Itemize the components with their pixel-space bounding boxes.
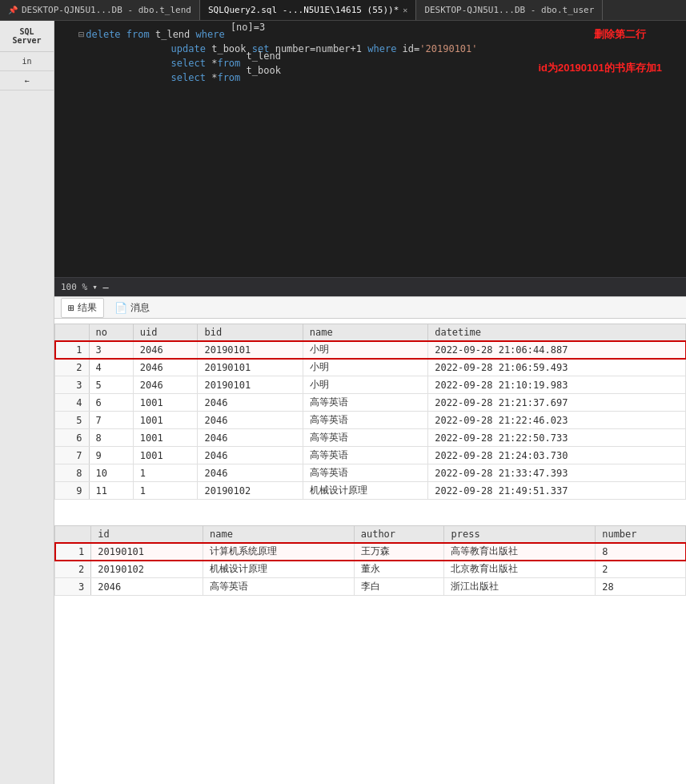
sidebar-item-arrow: ← [0,71,54,90]
table-cell: 2022-09-28 21:22:50.733 [428,429,686,447]
sidebar: SQL Server in ← [0,21,54,784]
table1-col-name: name [303,324,427,341]
table-cell: 2046 [198,447,303,464]
table1-col-datetime: datetime [428,324,686,341]
table-cell: 计算机系统原理 [203,543,355,561]
table-cell: 1001 [133,429,198,447]
line-numbers [54,27,78,271]
table-row[interactable]: 13204620190101小明2022-09-28 21:06:44.887 [55,341,686,359]
table-cell: 李白 [354,578,444,596]
table-cell: 高等教育出版社 [444,543,596,561]
table-cell: 小明 [303,341,427,359]
table-cell: 1001 [133,412,198,429]
table-cell: 20190102 [198,482,303,500]
tab-query[interactable]: SQLQuery2.sql -...N5U1E\14615 (55))* ✕ [200,0,416,20]
table-row[interactable]: 6810012046高等英语2022-09-28 21:22:50.733 [55,429,686,447]
table-cell: 2 [596,561,686,578]
table1-col-bid: bid [198,324,303,341]
table-row[interactable]: 120190101计算机系统原理王万森高等教育出版社8 [55,543,686,561]
row-number-cell: 7 [55,447,90,464]
table1-header: no uid bid name datetime [55,324,686,341]
table-row[interactable]: 32046高等英语李白浙江出版社28 [55,578,686,596]
table-cell: 5 [89,376,133,394]
row-number-cell: 6 [55,429,90,447]
result-tabs: ⊞ 结果 📄 消息 [54,296,686,319]
editor-area: ⊟delete from t_lend where [no]=3 update … [54,21,686,784]
table-cell: 2046 [198,429,303,447]
row-number-cell: 2 [55,561,91,578]
table-cell: 小明 [303,376,427,394]
table-cell: 机械设计原理 [203,561,355,578]
tab-bar: 📌 DESKTOP-QJN5U1...DB - dbo.t_lend SQLQu… [0,0,686,21]
zoom-value: 100 % [61,282,87,292]
row-number-cell: 1 [55,341,90,359]
zoom-bar: 100 % ▾ − [54,277,686,296]
tab-results[interactable]: ⊞ 结果 [61,298,104,318]
code-content[interactable]: ⊟delete from t_lend where [no]=3 update … [78,27,686,271]
table-row[interactable]: 5710012046高等英语2022-09-28 21:22:46.023 [55,412,686,429]
tab-query-label: SQLQuery2.sql -...N5U1E\14615 (55))* [208,5,399,15]
table-row[interactable]: 81012046高等英语2022-09-28 21:33:47.393 [55,464,686,482]
zoom-arrow-icon[interactable]: ▾ [92,282,98,292]
table-cell: 6 [89,394,133,412]
tab-lend[interactable]: 📌 DESKTOP-QJN5U1...DB - dbo.t_lend [0,0,200,20]
table-cell: 2022-09-28 21:33:47.393 [428,464,686,482]
code-line-4: select *from t_book [78,70,680,85]
main-container: SQL Server in ← ⊟delete [0,21,686,784]
table1-col-uid: uid [133,324,198,341]
table-row[interactable]: 24204620190101小明2022-09-28 21:06:59.493 [55,359,686,376]
table-cell: 2022-09-28 21:21:37.697 [428,394,686,412]
table-cell: 20190101 [198,341,303,359]
table-cell: 小明 [303,359,427,376]
table2-col-author: author [354,526,444,543]
sidebar-arrow-icon: ← [24,76,29,85]
table-row[interactable]: 35204620190101小明2022-09-28 21:10:19.983 [55,376,686,394]
table-cell: 8 [596,543,686,561]
table-cell: 1001 [133,447,198,464]
table-cell: 7 [89,412,133,429]
table-row[interactable]: 220190102机械设计原理董永北京教育出版社2 [55,561,686,578]
table-cell: 机械设计原理 [303,482,427,500]
table1-container: no uid bid name datetime 13204620190101小… [54,324,686,500]
table-cell: 2046 [198,412,303,429]
table-row[interactable]: 7910012046高等英语2022-09-28 21:24:03.730 [55,447,686,464]
messages-icon: 📄 [114,302,127,314]
table-cell: 王万森 [354,543,444,561]
table-cell: 2022-09-28 21:24:03.730 [428,447,686,464]
tab-messages[interactable]: 📄 消息 [107,298,157,318]
results-section: no uid bid name datetime 13204620190101小… [54,319,686,784]
row-number-cell: 3 [55,376,90,394]
table2-col-name: name [203,526,355,543]
tab-user[interactable]: DESKTOP-QJN5U1...DB - dbo.t_user [416,0,603,20]
table-cell: 3 [89,341,133,359]
table-cell: 1001 [133,394,198,412]
table2-col-id: id [91,526,203,543]
app-root: 📌 DESKTOP-QJN5U1...DB - dbo.t_lend SQLQu… [0,0,686,784]
table-cell: 董永 [354,561,444,578]
table-cell: 浙江出版社 [444,578,596,596]
table-cell: 20190101 [198,359,303,376]
table-cell: 2046 [198,394,303,412]
table-row[interactable]: 911120190102机械设计原理2022-09-28 21:49:51.33… [55,482,686,500]
zoom-minus-icon[interactable]: − [102,281,109,294]
table-cell: 2022-09-28 21:10:19.983 [428,376,686,394]
table-cell: 2046 [91,578,203,596]
table-cell: 1 [133,464,198,482]
table-cell: 10 [89,464,133,482]
row-number-cell: 4 [55,394,90,412]
table-cell: 2022-09-28 21:49:51.337 [428,482,686,500]
row-number-cell: 2 [55,359,90,376]
tab-query-close[interactable]: ✕ [403,6,407,14]
table-cell: 20190102 [91,561,203,578]
row-number-cell: 1 [55,543,91,561]
sql-editor: ⊟delete from t_lend where [no]=3 update … [54,21,686,277]
table2-col-number: number [596,526,686,543]
table-row[interactable]: 4610012046高等英语2022-09-28 21:21:37.697 [55,394,686,412]
results-icon: ⊞ [68,302,74,314]
table-cell: 2046 [133,359,198,376]
table2-header: id name author press number [55,526,686,543]
row-number-cell: 9 [55,482,90,500]
table-cell: 高等英语 [303,412,427,429]
table-cell: 高等英语 [303,447,427,464]
table-cell: 2022-09-28 21:22:46.023 [428,412,686,429]
